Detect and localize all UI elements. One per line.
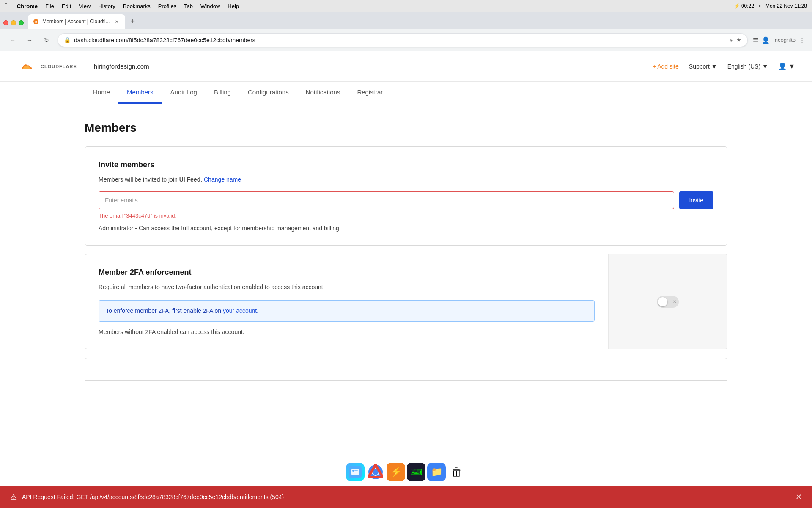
dock-icon-trash[interactable]: 🗑	[447, 463, 466, 481]
invite-desc-prefix: Members will be invited to join	[99, 176, 179, 183]
chrome-addressbar: ← → ↻ 🔒 dash.cloudflare.com/8f5dc28a7832…	[0, 29, 812, 51]
cast-icon: ⎈	[730, 37, 733, 43]
menu-profiles[interactable]: Profiles	[158, 3, 176, 9]
menu-help[interactable]: Help	[228, 3, 239, 9]
wifi-icon: ⌖	[758, 3, 761, 9]
forward-button[interactable]: →	[24, 34, 36, 46]
support-chevron-icon: ▼	[711, 63, 717, 70]
cf-header-right: + Add site Support ▼ English (US) ▼ 👤 ▼	[653, 62, 795, 70]
dock-icon-chrome[interactable]	[366, 463, 385, 481]
dock-icon-finder[interactable]	[346, 463, 365, 481]
menu-bookmarks[interactable]: Bookmarks	[123, 3, 151, 9]
nav-notifications[interactable]: Notifications	[297, 82, 349, 104]
dock: ⚡ ⌨ 📁 🗑	[341, 460, 471, 484]
cf-logo-text: CLOUDFLARE	[41, 64, 77, 69]
address-bar[interactable]: 🔒 dash.cloudflare.com/8f5dc28a78328cf767…	[58, 33, 748, 47]
nav-members[interactable]: Members	[118, 82, 162, 104]
apple-logo-icon[interactable]: 	[5, 2, 8, 10]
svg-text:cf: cf	[35, 20, 38, 24]
cloudflare-logo-icon	[17, 58, 37, 75]
menu-window[interactable]: Window	[200, 3, 220, 9]
new-tab-button[interactable]: +	[127, 15, 139, 27]
change-name-link[interactable]: Change name	[204, 176, 241, 183]
menu-file[interactable]: File	[45, 3, 54, 9]
menu-view[interactable]: View	[79, 3, 91, 9]
warning-icon: ⚠	[10, 492, 17, 502]
your-account-link[interactable]: your account	[223, 307, 257, 314]
incognito-label: Incognito	[773, 37, 796, 43]
tab-favicon-icon: cf	[33, 19, 39, 25]
support-menu[interactable]: Support ▼	[689, 63, 717, 70]
svg-rect-5	[354, 470, 358, 471]
cf-main: Members Invite members Members will be i…	[0, 104, 812, 423]
dock-icon-spark[interactable]: ⚡	[387, 463, 405, 481]
tab-close-button[interactable]: ✕	[113, 18, 120, 25]
more-options-icon[interactable]: ⋮	[799, 36, 805, 44]
cf-navigation: Home Members Audit Log Billing Configura…	[0, 82, 812, 104]
invite-description: Members will be invited to join UI Feed.…	[99, 176, 713, 183]
invite-members-card: Invite members Members will be invited t…	[85, 146, 727, 246]
nav-billing[interactable]: Billing	[206, 82, 239, 104]
reload-button[interactable]: ↻	[41, 34, 52, 46]
toggle-knob	[658, 297, 667, 306]
nav-audit-log[interactable]: Audit Log	[162, 82, 206, 104]
menubar-right: ⚡ 00:22 ⌖ Mon 22 Nov 11:28	[734, 3, 807, 9]
invite-card-title: Invite members	[99, 160, 713, 169]
twofa-right-panel: ✕	[609, 254, 727, 349]
menu-history[interactable]: History	[98, 3, 115, 9]
chrome-tabbar: cf Members | Account | Cloudfl... ✕ +	[0, 12, 812, 29]
profile-icon[interactable]: 👤	[762, 36, 770, 44]
admin-description: Administrator - Can access the full acco…	[99, 225, 713, 232]
error-banner-close-button[interactable]: ✕	[796, 492, 802, 502]
minimize-window-button[interactable]	[11, 20, 16, 25]
nav-configurations[interactable]: Configurations	[239, 82, 297, 104]
error-banner-message: API Request Failed: GET /api/v4/accounts…	[22, 494, 790, 500]
menu-edit[interactable]: Edit	[62, 3, 71, 9]
email-input[interactable]	[99, 191, 674, 209]
page-title: Members	[85, 121, 727, 135]
maximize-window-button[interactable]	[19, 20, 24, 25]
twofa-members-note: Members without 2FA enabled can access t…	[99, 329, 595, 335]
back-button[interactable]: ←	[7, 34, 19, 46]
toggle-x-icon: ✕	[673, 299, 676, 304]
close-window-button[interactable]	[3, 20, 8, 25]
cf-logo: CLOUDFLARE	[17, 58, 77, 75]
lock-icon: 🔒	[64, 37, 71, 43]
email-error-message: The email "3443c47d" is invalid.	[99, 213, 713, 219]
clock: Mon 22 Nov 11:28	[765, 3, 807, 9]
browser-tab[interactable]: cf Members | Account | Cloudfl... ✕	[28, 14, 125, 29]
nav-home[interactable]: Home	[85, 82, 118, 104]
lang-chevron-icon: ▼	[762, 63, 768, 70]
tab-title: Members | Account | Cloudfl...	[42, 19, 110, 25]
twofa-card: Member 2FA enforcement Require all membe…	[85, 254, 727, 349]
address-bar-icons: ⎈ ★	[730, 37, 741, 43]
account-icon: 👤	[778, 62, 787, 70]
invite-button[interactable]: Invite	[679, 191, 713, 209]
account-chevron-icon: ▼	[788, 63, 795, 70]
menu-tab[interactable]: Tab	[184, 3, 193, 9]
bookmark-icon[interactable]: ★	[736, 37, 741, 43]
extensions-icon[interactable]: ☰	[753, 36, 758, 44]
partial-card	[85, 358, 727, 381]
twofa-notice-suffix: .	[257, 307, 258, 314]
twofa-card-title: Member 2FA enforcement	[99, 268, 595, 277]
twofa-notice: To enforce member 2FA, first enable 2FA …	[99, 300, 595, 322]
dock-icon-terminal[interactable]: ⌨	[407, 463, 425, 481]
account-menu[interactable]: 👤 ▼	[778, 62, 795, 70]
language-menu[interactable]: English (US) ▼	[727, 63, 768, 70]
add-site-button[interactable]: + Add site	[653, 63, 679, 70]
org-name: UI Feed	[179, 176, 201, 183]
dock-icon-files[interactable]: 📁	[427, 463, 446, 481]
twofa-notice-prefix: To enforce member 2FA, first enable 2FA …	[106, 307, 223, 314]
menu-chrome[interactable]: Chrome	[17, 3, 38, 9]
traffic-lights	[3, 20, 24, 25]
svg-rect-3	[351, 469, 359, 475]
twofa-toggle-wrapper: ✕	[657, 296, 679, 308]
twofa-left-panel: Member 2FA enforcement Require all membe…	[85, 254, 609, 349]
nav-registrar[interactable]: Registrar	[348, 82, 391, 104]
twofa-toggle[interactable]: ✕	[657, 296, 679, 308]
battery-status: ⚡ 00:22	[734, 3, 754, 9]
cf-header: CLOUDFLARE hiringfordesign.com + Add sit…	[0, 51, 812, 82]
chrome-toolbar-icons: ☰ 👤 Incognito ⋮	[753, 36, 805, 44]
language-label: English (US)	[727, 63, 761, 70]
